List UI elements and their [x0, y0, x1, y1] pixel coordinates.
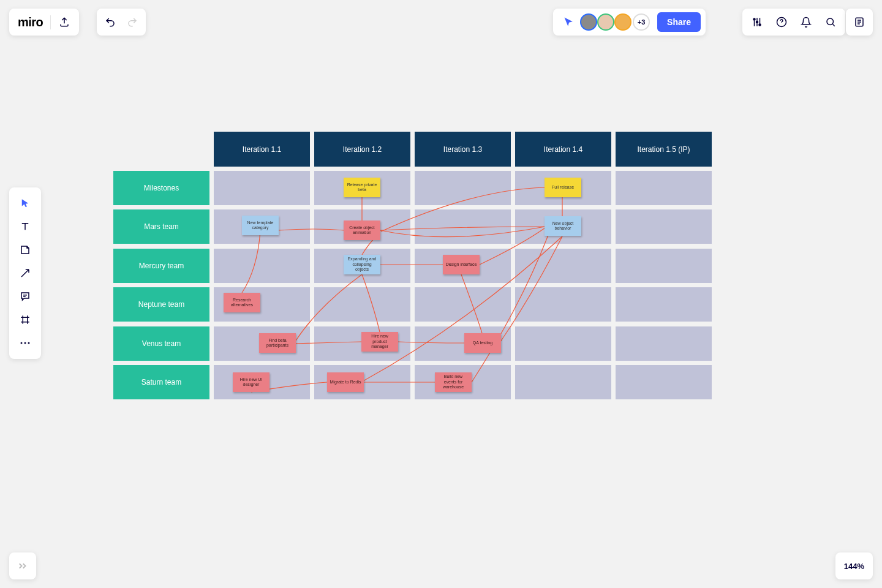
col-header[interactable]: Iteration 1.2: [314, 132, 410, 167]
sticky-note[interactable]: Hire new product manager: [361, 332, 398, 352]
sticky-note[interactable]: Build new events for warehouse: [435, 372, 472, 392]
grid-cell[interactable]: [616, 249, 712, 283]
grid-cell[interactable]: [616, 209, 712, 244]
sticky-note[interactable]: New object behavior: [545, 216, 581, 236]
grid-cell[interactable]: [515, 287, 611, 322]
grid-cell[interactable]: [415, 287, 511, 322]
canvas[interactable]: Iteration 1.1 Iteration 1.2 Iteration 1.…: [0, 0, 882, 588]
grid-cell[interactable]: [515, 249, 611, 283]
grid-cell[interactable]: [515, 365, 611, 399]
col-header[interactable]: Iteration 1.1: [214, 132, 310, 167]
col-header[interactable]: Iteration 1.3: [415, 132, 511, 167]
row-header[interactable]: Neptune team: [113, 287, 209, 322]
grid-cell[interactable]: [616, 326, 712, 361]
row-header[interactable]: Venus team: [113, 326, 209, 361]
grid-cell[interactable]: [415, 209, 511, 244]
sticky-note[interactable]: QA testing: [464, 333, 501, 353]
grid-cell[interactable]: [616, 287, 712, 322]
sticky-note[interactable]: Research alternatives: [224, 293, 260, 312]
grid-cell[interactable]: [314, 287, 410, 322]
sticky-note[interactable]: Expanding and collapsing objects: [344, 255, 380, 274]
col-header[interactable]: Iteration 1.5 (IP): [616, 132, 712, 167]
sticky-note[interactable]: Full release: [545, 178, 581, 197]
row-header[interactable]: Mercury team: [113, 249, 209, 283]
sticky-note[interactable]: Release private beta: [344, 178, 380, 197]
row-header[interactable]: Milestones: [113, 171, 209, 205]
sticky-note[interactable]: New template category: [242, 216, 279, 235]
sticky-note[interactable]: Hire new UI designer: [233, 372, 270, 392]
sticky-note[interactable]: Create object animation: [344, 221, 380, 240]
grid-cell[interactable]: [214, 249, 310, 283]
grid-cell[interactable]: [616, 365, 712, 399]
grid-cell[interactable]: [214, 171, 310, 205]
grid-cell[interactable]: [616, 171, 712, 205]
sticky-note[interactable]: Migrate to Redis: [327, 372, 364, 392]
sticky-note[interactable]: Design interface: [443, 255, 480, 274]
grid-cell[interactable]: [515, 326, 611, 361]
row-header[interactable]: Saturn team: [113, 365, 209, 399]
col-header[interactable]: Iteration 1.4: [515, 132, 611, 167]
row-header[interactable]: Mars team: [113, 209, 209, 244]
sticky-note[interactable]: Find beta participants: [259, 333, 296, 353]
grid-cell[interactable]: [415, 171, 511, 205]
